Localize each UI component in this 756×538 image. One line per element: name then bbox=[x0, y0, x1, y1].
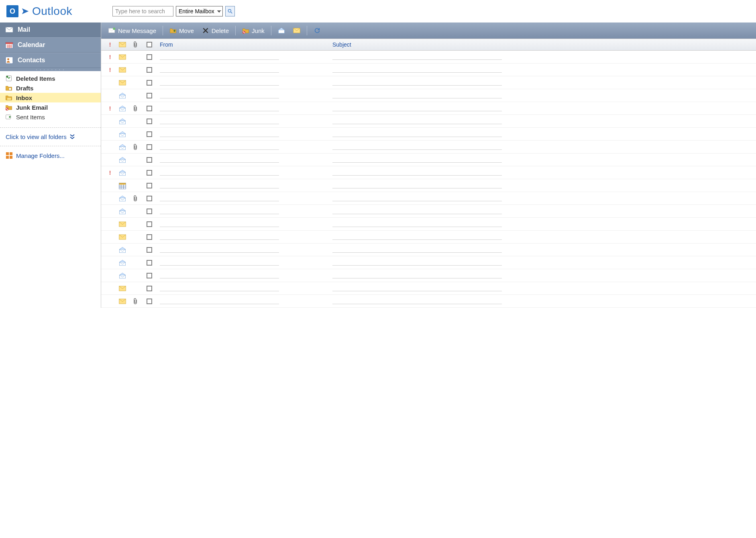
move-button[interactable]: Move bbox=[166, 26, 197, 35]
mail-row[interactable] bbox=[101, 141, 756, 153]
folder-inbox[interactable]: Inbox bbox=[0, 93, 101, 102]
select-cell[interactable] bbox=[141, 54, 157, 60]
select-cell[interactable] bbox=[141, 247, 157, 253]
trash-folder-icon bbox=[5, 75, 13, 82]
col-subject[interactable]: Subject bbox=[330, 41, 756, 48]
importance-icon: ! bbox=[109, 67, 111, 73]
mail-row[interactable] bbox=[101, 218, 756, 231]
mail-row[interactable] bbox=[101, 243, 756, 256]
view-all-folders-link[interactable]: Click to view all folders bbox=[0, 131, 101, 143]
new-message-label: New Message bbox=[118, 27, 156, 34]
col-attachment[interactable] bbox=[129, 41, 141, 48]
mail-row[interactable] bbox=[101, 205, 756, 218]
mail-row[interactable]: ! bbox=[101, 51, 756, 63]
select-cell[interactable] bbox=[141, 93, 157, 98]
subject-cell bbox=[330, 285, 756, 291]
folder-label: Inbox bbox=[16, 94, 32, 101]
mail-row[interactable] bbox=[101, 256, 756, 269]
junk-button[interactable]: Junk bbox=[239, 26, 268, 35]
new-message-button[interactable]: New Message bbox=[105, 26, 159, 35]
select-cell[interactable] bbox=[141, 234, 157, 240]
select-cell[interactable] bbox=[141, 273, 157, 278]
folder-trash[interactable]: Deleted Items bbox=[0, 74, 101, 83]
select-cell[interactable] bbox=[141, 157, 157, 163]
select-cell[interactable] bbox=[141, 67, 157, 73]
select-cell[interactable] bbox=[141, 260, 157, 266]
inbox-folder-icon bbox=[5, 94, 13, 101]
mail-row[interactable] bbox=[101, 153, 756, 166]
nav-calendar[interactable]: Calendar bbox=[0, 37, 101, 53]
mail-row[interactable] bbox=[101, 231, 756, 243]
mail-row[interactable] bbox=[101, 76, 756, 89]
select-cell[interactable] bbox=[141, 170, 157, 176]
mail-row[interactable]: ! bbox=[101, 102, 756, 115]
svg-point-13 bbox=[7, 58, 9, 60]
subject-cell bbox=[330, 80, 756, 86]
nav-contacts[interactable]: Contacts bbox=[0, 53, 101, 68]
from-cell bbox=[157, 157, 330, 163]
svg-marker-38 bbox=[120, 93, 126, 95]
svg-marker-31 bbox=[278, 28, 284, 30]
mark-unread-button[interactable] bbox=[290, 26, 304, 35]
open-envelope-icon bbox=[119, 105, 126, 112]
select-cell[interactable] bbox=[141, 221, 157, 227]
from-cell bbox=[157, 285, 330, 291]
mail-row[interactable]: ! bbox=[101, 166, 756, 179]
from-cell bbox=[157, 131, 330, 137]
mail-row[interactable] bbox=[101, 128, 756, 141]
col-item-type[interactable] bbox=[116, 42, 129, 47]
refresh-button[interactable] bbox=[310, 26, 324, 35]
subject-cell bbox=[330, 118, 756, 124]
sidebar-resize-grip[interactable] bbox=[0, 68, 101, 71]
folder-junk[interactable]: Junk Email bbox=[0, 102, 101, 112]
svg-point-0 bbox=[228, 9, 231, 12]
subject-cell bbox=[330, 221, 756, 227]
mail-row[interactable] bbox=[101, 89, 756, 102]
mail-row[interactable] bbox=[101, 115, 756, 128]
importance-icon: ! bbox=[109, 54, 111, 60]
select-cell[interactable] bbox=[141, 196, 157, 201]
toolbar-separator bbox=[235, 26, 236, 35]
closed-envelope-icon bbox=[119, 234, 126, 240]
folder-sent[interactable]: Sent Items bbox=[0, 112, 101, 122]
select-cell[interactable] bbox=[141, 131, 157, 137]
svg-marker-40 bbox=[120, 106, 126, 108]
mail-row[interactable] bbox=[101, 269, 756, 282]
from-cell bbox=[157, 144, 330, 150]
select-cell[interactable] bbox=[141, 299, 157, 304]
col-select-all[interactable] bbox=[141, 42, 157, 47]
manage-folders-link[interactable]: Manage Folders... bbox=[0, 149, 101, 162]
search-input[interactable] bbox=[112, 6, 173, 16]
junk-label: Junk bbox=[252, 27, 265, 34]
select-cell[interactable] bbox=[141, 144, 157, 150]
mark-read-button[interactable] bbox=[275, 26, 288, 35]
select-cell[interactable] bbox=[141, 209, 157, 214]
logo-badge-icon: O bbox=[6, 5, 18, 17]
select-cell[interactable] bbox=[141, 183, 157, 188]
nav-mail[interactable]: Mail bbox=[0, 23, 101, 37]
search-scope-select[interactable]: Entire Mailbox bbox=[176, 6, 223, 16]
toolbar-separator bbox=[307, 26, 307, 35]
select-cell[interactable] bbox=[141, 286, 157, 291]
select-cell[interactable] bbox=[141, 119, 157, 124]
search-button[interactable] bbox=[225, 6, 235, 16]
mail-row[interactable] bbox=[101, 295, 756, 308]
mail-row[interactable] bbox=[101, 192, 756, 205]
col-from[interactable]: From bbox=[157, 41, 330, 48]
select-cell[interactable] bbox=[141, 106, 157, 111]
open-envelope-icon bbox=[119, 195, 126, 202]
open-envelope-icon bbox=[119, 208, 126, 215]
mail-row[interactable] bbox=[101, 282, 756, 295]
from-cell bbox=[157, 260, 330, 266]
select-cell[interactable] bbox=[141, 80, 157, 86]
folder-drafts[interactable]: Drafts bbox=[0, 83, 101, 93]
type-cell bbox=[116, 208, 129, 215]
mail-row[interactable] bbox=[101, 179, 756, 192]
type-cell bbox=[116, 67, 129, 73]
open-envelope-icon bbox=[119, 131, 126, 137]
mail-list: !!!! bbox=[101, 51, 756, 308]
delete-button[interactable]: Delete bbox=[199, 26, 232, 35]
attachment-icon bbox=[133, 298, 138, 305]
col-importance[interactable]: ! bbox=[104, 41, 116, 48]
mail-row[interactable]: ! bbox=[101, 63, 756, 76]
